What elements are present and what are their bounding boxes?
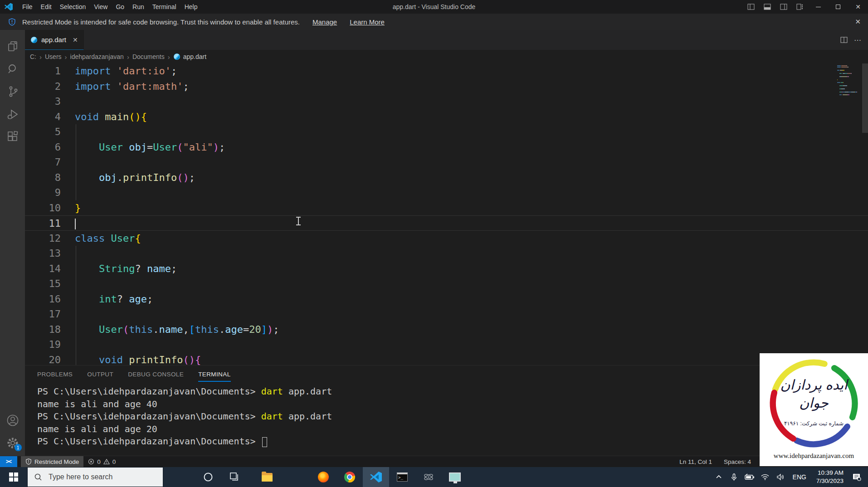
breadcrumb-item[interactable]: Documents [132, 53, 165, 60]
line-number: 7 [25, 155, 61, 170]
terminal-line: name is ali and age 40 [37, 398, 868, 411]
breadcrumb-item[interactable]: Users [45, 53, 62, 60]
menu-file[interactable]: File [18, 0, 37, 14]
menu-help[interactable]: Help [180, 0, 202, 14]
chevron-right-icon: › [127, 53, 129, 61]
breadcrumb-item[interactable]: C: [30, 53, 36, 60]
cortana-icon[interactable] [195, 467, 221, 487]
watermark-logo: ایده پردازان جوان شماره ثبت شرکت: ۴۱۹۶۱ … [760, 353, 868, 466]
code-line-19[interactable]: 19 [25, 337, 868, 352]
code-line-11[interactable]: 11 [25, 215, 868, 231]
microphone-icon[interactable] [727, 467, 741, 487]
code-editor[interactable]: 1import 'dart:io';2import 'dart:math';34… [25, 63, 868, 365]
volume-icon[interactable] [774, 467, 787, 487]
terminal-line: PS C:\Users\idehpardazanjavan\Documents> [37, 435, 868, 448]
panel-tab-output[interactable]: OUTPUT [87, 367, 113, 382]
code-line-8[interactable]: 8 obj.printInfo(); [25, 170, 868, 185]
code-line-4[interactable]: 4void main(){ [25, 109, 868, 125]
code-line-20[interactable]: 20 void printInfo(){ [25, 352, 868, 365]
customize-layout-icon[interactable] [796, 3, 804, 10]
code-line-2[interactable]: 2import 'dart:math'; [25, 79, 868, 94]
vscode-taskbar-icon[interactable] [363, 467, 389, 487]
tray-chevron-icon[interactable] [712, 467, 726, 487]
breadcrumb[interactable]: C:›Users›idehpardazanjavan›Documents›app… [25, 50, 868, 63]
panel-tab-problems[interactable]: PROBLEMS [37, 367, 73, 382]
code-line-14[interactable]: 14 String? name; [25, 261, 868, 277]
search-icon [34, 473, 42, 481]
chevron-right-icon: › [168, 53, 170, 61]
wifi-icon[interactable] [758, 467, 772, 487]
watermark-title-line2: جوان [760, 395, 868, 411]
menu-view[interactable]: View [90, 0, 112, 14]
explorer-icon[interactable] [6, 40, 19, 53]
toggle-panel-icon[interactable] [764, 3, 771, 10]
banner-close-icon[interactable]: ✕ [855, 18, 861, 26]
menu-run[interactable]: Run [128, 0, 148, 14]
panel-tab-terminal[interactable]: TERMINAL [198, 367, 230, 382]
tab-app-dart[interactable]: app.dart ✕ [25, 30, 84, 50]
line-col-indicator[interactable]: Ln 11, Col 1 [679, 458, 712, 465]
source-control-icon[interactable] [6, 85, 19, 98]
remote-indicator[interactable]: >< [0, 456, 17, 468]
spaces-indicator[interactable]: Spaces: 4 [724, 458, 751, 465]
account-icon[interactable] [6, 414, 19, 427]
code-line-1[interactable]: 1import 'dart:io'; [25, 63, 868, 79]
search-icon[interactable] [6, 63, 19, 75]
close-window-button[interactable]: ✕ [848, 0, 868, 14]
minimap[interactable] [837, 65, 861, 96]
terminal-app-icon[interactable]: >_ [389, 467, 415, 487]
extensions-icon[interactable] [6, 131, 19, 143]
restricted-mode-label: Restricted Mode [34, 458, 79, 465]
electron-app-icon[interactable] [415, 467, 442, 487]
clock[interactable]: 10:39 AM 7/30/2023 [812, 469, 848, 485]
more-actions-icon[interactable]: ⋯ [854, 36, 862, 44]
code-line-16[interactable]: 16 int? age; [25, 292, 868, 307]
code-line-13[interactable]: 13 [25, 246, 868, 261]
start-button[interactable] [0, 467, 27, 487]
menu-terminal[interactable]: Terminal [148, 0, 180, 14]
code-line-5[interactable]: 5 [25, 124, 868, 140]
split-editor-icon[interactable] [840, 36, 848, 44]
chrome-icon[interactable] [336, 467, 363, 487]
code-line-9[interactable]: 9 [25, 185, 868, 200]
panel-tab-debug-console[interactable]: DEBUG CONSOLE [128, 367, 184, 382]
menu-edit[interactable]: Edit [37, 0, 56, 14]
tab-close-icon[interactable]: ✕ [73, 36, 78, 44]
breadcrumb-item[interactable]: idehpardazanjavan [70, 53, 124, 60]
menu-selection[interactable]: Selection [56, 0, 90, 14]
file-explorer-icon[interactable] [254, 467, 280, 487]
code-line-6[interactable]: 6 User obj=User("ali"); [25, 140, 868, 155]
code-line-10[interactable]: 10} [25, 200, 868, 216]
minimize-button[interactable] [808, 0, 828, 14]
maximize-button[interactable] [828, 0, 848, 14]
code-lines: 1import 'dart:io';2import 'dart:math';34… [25, 63, 868, 365]
terminal-output[interactable]: PS C:\Users\idehpardazanjavan\Documents>… [25, 383, 868, 448]
task-view-icon[interactable] [221, 467, 248, 487]
menu-go[interactable]: Go [112, 0, 128, 14]
code-line-17[interactable]: 17 [25, 307, 868, 322]
status-bar: >< Restricted Mode 0 0 Ln 11, Col 1 Spac… [0, 456, 868, 467]
taskbar-search[interactable]: Type here to search [27, 467, 163, 487]
restricted-mode-status[interactable]: Restricted Mode [21, 456, 83, 468]
run-debug-icon[interactable] [6, 108, 19, 121]
language-indicator[interactable]: ENG [789, 473, 810, 481]
battery-icon[interactable] [743, 467, 756, 487]
learn-more-link[interactable]: Learn More [350, 18, 385, 26]
code-line-12[interactable]: 12class User{ [25, 231, 868, 246]
toggle-sidebar-icon[interactable] [747, 3, 755, 10]
notification-center-icon[interactable] [850, 467, 863, 487]
code-line-7[interactable]: 7 [25, 155, 868, 170]
breadcrumb-file[interactable]: app.dart [173, 53, 206, 60]
display-app-icon[interactable] [442, 467, 468, 487]
editor-scrollbar[interactable] [862, 63, 868, 133]
toggle-secondary-sidebar-icon[interactable] [780, 3, 787, 10]
code-line-18[interactable]: 18 User(this.name,[this.age=20]); [25, 322, 868, 337]
manage-link[interactable]: Manage [312, 18, 337, 26]
line-number: 16 [25, 292, 61, 307]
problems-status[interactable]: 0 0 [83, 456, 120, 468]
code-line-15[interactable]: 15 [25, 276, 868, 292]
settings-gear-icon[interactable]: 1 [6, 437, 19, 449]
firefox-icon[interactable] [310, 467, 336, 487]
line-number: 13 [25, 246, 61, 261]
code-line-3[interactable]: 3 [25, 94, 868, 109]
